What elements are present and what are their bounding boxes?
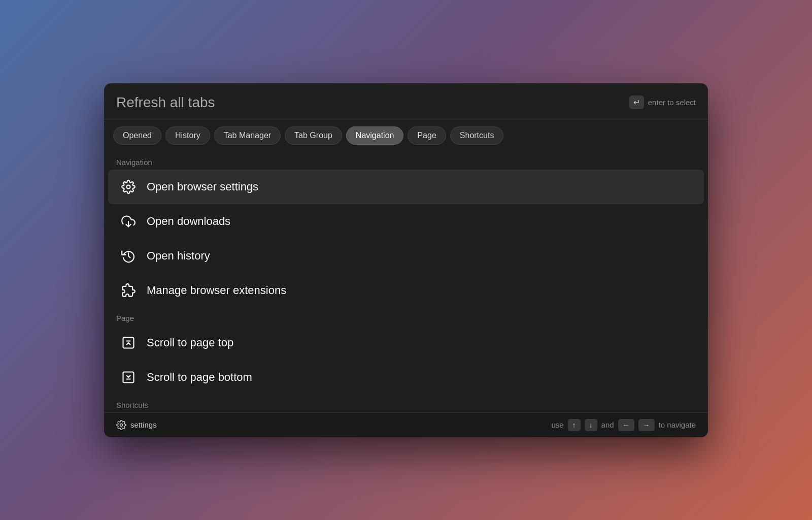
up-key: ↑ — [568, 419, 581, 431]
enter-hint: ↵ enter to select — [629, 95, 696, 109]
enter-hint-label: enter to select — [648, 98, 696, 107]
footer-navigation-hint: use ↑ ↓ and ← → to navigate — [551, 419, 696, 431]
header: ↵ enter to select — [104, 83, 708, 119]
and-label: and — [601, 420, 614, 429]
history-icon — [120, 248, 137, 264]
page-section-label: Page — [104, 308, 708, 326]
use-label: use — [551, 420, 563, 429]
tabs-bar: Opened History Tab Manager Tab Group Nav… — [104, 119, 708, 152]
scroll-bottom-icon — [120, 369, 137, 385]
item-manage-extensions[interactable]: Manage browser extensions — [108, 273, 704, 308]
footer: settings use ↑ ↓ and ← → to navigate — [104, 412, 708, 437]
tab-shortcuts[interactable]: Shortcuts — [450, 126, 504, 145]
svg-point-0 — [127, 185, 130, 188]
item-open-downloads[interactable]: Open downloads — [108, 204, 704, 239]
item-open-browser-settings[interactable]: Open browser settings — [108, 170, 704, 204]
item-open-history-label: Open history — [147, 249, 210, 263]
search-input[interactable] — [116, 94, 629, 111]
tab-tab-group[interactable]: Tab Group — [285, 126, 342, 145]
puzzle-icon — [120, 282, 137, 299]
item-scroll-bottom-label: Scroll to page bottom — [147, 371, 252, 384]
content-area: Navigation Open browser settings Open do… — [104, 152, 708, 412]
footer-gear-icon — [116, 420, 126, 430]
navigate-label: to navigate — [659, 420, 696, 429]
scroll-top-icon — [120, 335, 137, 351]
tab-history[interactable]: History — [165, 126, 210, 145]
tab-page[interactable]: Page — [408, 126, 446, 145]
item-open-history[interactable]: Open history — [108, 239, 704, 273]
tab-navigation[interactable]: Navigation — [346, 126, 404, 145]
right-key: → — [638, 419, 655, 431]
enter-key-icon: ↵ — [629, 95, 644, 109]
item-manage-extensions-label: Manage browser extensions — [147, 284, 286, 297]
left-key: ← — [618, 419, 634, 431]
download-icon — [120, 213, 137, 230]
gear-icon — [120, 179, 137, 195]
down-key: ↓ — [585, 419, 597, 431]
item-scroll-top[interactable]: Scroll to page top — [108, 326, 704, 360]
item-open-browser-settings-label: Open browser settings — [147, 180, 258, 193]
tab-tab-manager[interactable]: Tab Manager — [214, 126, 281, 145]
footer-settings: settings — [116, 420, 157, 430]
navigation-section-label: Navigation — [104, 152, 708, 170]
item-open-downloads-label: Open downloads — [147, 215, 230, 228]
item-scroll-bottom[interactable]: Scroll to page bottom — [108, 360, 704, 395]
item-scroll-top-label: Scroll to page top — [147, 336, 233, 349]
footer-settings-label: settings — [130, 420, 157, 429]
command-palette: ↵ enter to select Opened History Tab Man… — [104, 83, 708, 437]
shortcuts-section-label: Shortcuts — [104, 395, 708, 412]
tab-opened[interactable]: Opened — [113, 126, 161, 145]
svg-point-6 — [120, 424, 123, 426]
